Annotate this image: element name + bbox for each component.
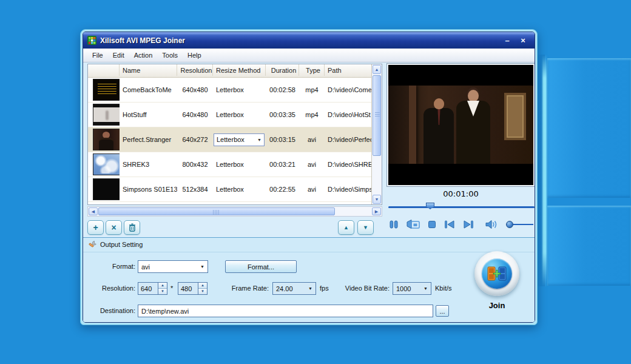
frame-rate-value: 24.00 [276,285,293,292]
resolution-width-stepper[interactable]: 640 ▲ ▼ [138,282,167,295]
menu-file[interactable]: File [87,50,108,61]
column-header-duration[interactable]: Duration [266,64,299,76]
cell-resolution: 800x432 [177,161,213,168]
picture-frame [504,93,526,140]
scroll-left-button[interactable]: ◀ [89,207,98,215]
cell-resolution: 512x384 [177,186,213,193]
clear-list-button[interactable] [124,220,140,235]
video-thumbnail [93,104,120,126]
menubar: File Edit Action Tools Help [83,49,535,62]
desktop-wallpaper: Xilisoft AVI MPEG Joiner – × File Edit A… [0,0,631,364]
frame-rate-dropdown[interactable]: 24.00 ▼ [272,282,316,295]
bitrate-value: 1000 [396,285,411,292]
table-row[interactable]: HotStuff 640x480 Letterbox 00:03:35 mp4 … [88,103,371,127]
trash-icon [129,223,136,232]
column-header-thumbnail[interactable] [88,64,120,76]
column-header-type[interactable]: Type [299,64,325,76]
table-row[interactable]: ComeBackToMe 640x480 Letterbox 00:02:58 … [88,78,371,103]
browse-button[interactable]: ... [436,305,449,317]
resolution-height-stepper[interactable]: 480 ▲ ▼ [178,282,208,295]
cell-resolution: 640x480 [177,111,213,118]
video-thumbnail [93,153,120,175]
destination-label: Destination: [84,307,135,314]
video-thumbnail [93,178,120,200]
client-area: Name Resolution Resize Method Duration T… [83,62,535,322]
horizontal-scrollbar-thumb[interactable] [98,207,335,215]
resolution-width-value: 640 [138,283,158,294]
volume-icon[interactable] [485,219,498,230]
cell-resize-method[interactable]: Letterbox [213,161,266,168]
seek-thumb[interactable] [426,203,434,209]
cell-resize-method[interactable]: Letterbox [213,86,266,93]
seek-slider[interactable] [388,203,535,210]
spin-down-icon[interactable]: ▼ [198,288,207,294]
cell-resolution: 640x480 [177,86,213,93]
table-row-selected[interactable]: Perfect.Stranger 640x272 Letterbox ▼ 00:… [88,127,371,152]
column-header-resolution[interactable]: Resolution [177,64,213,76]
cell-path: D:\video\HotSt [325,111,371,118]
spin-up-icon[interactable]: ▲ [158,283,167,288]
list-toolbar: + × ▲ [87,219,382,236]
titlebar[interactable]: Xilisoft AVI MPEG Joiner – × [83,32,535,49]
cell-name: SHREK3 [120,161,177,168]
cell-resolution: 640x272 [177,136,213,143]
spin-up-icon[interactable]: ▲ [198,283,207,288]
table-row[interactable]: Simpsons S01E13 512x384 Letterbox 00:22:… [88,177,371,202]
stop-button[interactable] [427,220,437,229]
move-up-button[interactable]: ▲ [338,220,354,235]
scroll-right-button[interactable]: ▶ [372,207,381,215]
menu-help[interactable]: Help [183,50,206,61]
add-file-button[interactable]: + [87,220,104,235]
cell-path: D:\video\Simps [325,186,371,193]
resolution-label: Resolution: [84,285,135,292]
spin-down-icon[interactable]: ▼ [158,288,167,294]
cell-resize-method[interactable]: Letterbox [213,111,266,118]
cell-name: HotStuff [120,111,177,118]
format-settings-button[interactable]: Format... [225,260,297,273]
resize-method-combobox[interactable]: Letterbox ▼ [214,133,265,146]
bitrate-dropdown[interactable]: 1000 ▼ [393,282,431,295]
join-button[interactable] [474,251,519,296]
menu-action[interactable]: Action [129,50,158,61]
seek-track[interactable] [388,206,535,208]
remove-file-button[interactable]: × [106,220,122,235]
minimize-button[interactable]: – [501,36,513,45]
cell-duration: 00:03:35 [266,111,299,118]
output-setting-section: Output Setting Format: avi ▼ Format... R… [83,237,535,322]
column-header-name[interactable]: Name [120,64,177,76]
cell-resize-method[interactable]: Letterbox [213,186,266,193]
chevron-down-icon[interactable]: ▼ [257,138,262,142]
cell-type: avi [299,186,325,193]
windows-logo-pane-top [547,58,631,198]
format-dropdown[interactable]: avi ▼ [138,260,208,273]
snapshot-button[interactable] [406,219,420,230]
window-title: Xilisoft AVI MPEG Joiner [100,36,498,45]
horizontal-scrollbar[interactable]: ◀ ▶ [87,206,382,217]
chevron-down-icon: ▼ [423,286,428,291]
menu-tools[interactable]: Tools [157,50,183,61]
volume-knob[interactable] [506,221,513,228]
app-icon [87,36,96,45]
volume-slider[interactable] [506,220,535,229]
windows-logo-glow-edge [542,55,547,288]
destination-input[interactable] [138,305,433,317]
scroll-up-button[interactable]: ▲ [373,65,381,74]
column-header-resize-method[interactable]: Resize Method [213,64,266,76]
vertical-scrollbar[interactable]: ▲ ▼ [371,64,382,204]
previous-button[interactable] [444,220,456,229]
close-button[interactable]: × [517,36,529,45]
vertical-scrollbar-thumb[interactable] [373,75,381,156]
cell-type: avi [299,136,325,143]
video-still-image [388,86,533,164]
next-button[interactable] [462,220,474,229]
column-header-path[interactable]: Path [325,64,371,76]
join-button-label[interactable]: Join [471,301,522,310]
table-row[interactable]: SHREK3 800x432 Letterbox 00:03:21 avi D:… [88,152,371,177]
pause-button[interactable] [388,219,399,230]
format-value: avi [141,263,150,271]
file-list-header: Name Resolution Resize Method Duration T… [88,64,371,78]
actress-silhouette [456,101,490,164]
move-down-button[interactable]: ▼ [357,220,374,235]
scroll-down-button[interactable]: ▼ [373,195,381,204]
menu-edit[interactable]: Edit [108,50,129,61]
